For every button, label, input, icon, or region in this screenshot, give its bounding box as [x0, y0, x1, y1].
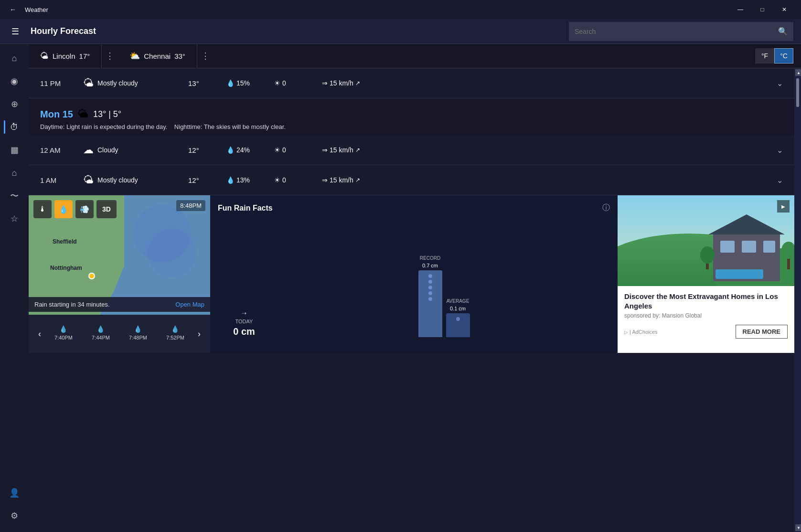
scrollbar-down[interactable]: ▼	[795, 524, 801, 531]
weather-icon: 🌤	[83, 174, 94, 186]
sidebar-item-home[interactable]: ⌂	[4, 48, 25, 69]
ad-bottom-row: ▷ | AdChoices READ MORE	[624, 325, 788, 339]
rain-tool[interactable]: 💧	[54, 200, 73, 218]
title-bar: ← Weather — □ ✕	[0, 0, 801, 19]
sidebar-item-calendar[interactable]: ▦	[4, 139, 25, 160]
window-controls: — □ ✕	[729, 2, 795, 17]
forecast-wind: ⇒ 15 km/h ↗	[322, 146, 777, 154]
3d-tool[interactable]: 3D	[96, 200, 117, 218]
time-label: 7:48PM	[129, 335, 147, 340]
ad-content: Discover the Most Extravagant Homes in L…	[618, 286, 794, 344]
read-more-button[interactable]: READ MORE	[736, 325, 788, 339]
sidebar-item-history[interactable]: ⏱	[4, 117, 25, 138]
ad-badge[interactable]: ▶	[777, 200, 790, 213]
forecast-temp: 12°	[188, 176, 226, 184]
uv-icon: ☀	[274, 79, 280, 87]
location-tab-chennai[interactable]: ⛅ Chennai 33°	[118, 44, 197, 68]
forecast-rain: 💧 24%	[226, 146, 274, 154]
nottingham-label: Nottingham	[50, 265, 82, 271]
forecast-rain: 💧 15%	[226, 79, 274, 87]
expand-icon[interactable]: ⌄	[777, 176, 783, 185]
search-icon[interactable]: 🔍	[778, 27, 788, 36]
today-value: 0 cm	[233, 326, 255, 337]
scrollbar-thumb[interactable]	[796, 78, 799, 107]
rain-percent: 15%	[236, 79, 250, 87]
map-nav: ‹ 💧 7:40PM 💧 7:44PM	[29, 315, 210, 353]
lincoln-weather-icon: 🌤	[40, 51, 49, 61]
timeline-item-1: 💧 7:40PM	[54, 325, 73, 340]
wind-tool[interactable]: 💨	[75, 200, 94, 218]
adchoices-text[interactable]: AdChoices	[632, 329, 657, 335]
expand-icon[interactable]: ⌄	[777, 146, 783, 155]
svg-rect-9	[763, 241, 775, 253]
adchoices-icon: ▷	[624, 330, 628, 335]
search-box: 🔍	[569, 22, 793, 41]
forecast-row-12am[interactable]: 12 AM ☁ Cloudy 12° 💧 24% ☀ 0	[29, 135, 794, 165]
rain-drop-icon: 💧	[226, 176, 235, 184]
forecast-uv: ☀ 0	[274, 176, 322, 184]
average-bar	[446, 313, 470, 337]
sidebar-item-person[interactable]: 👤	[4, 482, 25, 503]
ad-title: Discover the Most Extravagant Homes in L…	[624, 292, 788, 310]
celsius-button[interactable]: °C	[774, 48, 793, 64]
minimize-button[interactable]: —	[729, 2, 751, 17]
app-bar: ☰ Hourly Forecast 🔍	[0, 19, 801, 44]
map-time: 8:48PM	[176, 200, 205, 211]
svg-point-12	[700, 246, 715, 264]
expand-icon[interactable]: ⌄	[777, 79, 783, 88]
rain-drop	[428, 286, 432, 289]
sidebar-item-settings[interactable]: ⚙	[4, 505, 25, 526]
today-label: TODAY	[235, 319, 253, 324]
lincoln-menu[interactable]: ⋮	[102, 51, 118, 61]
map-next-arrow[interactable]: ›	[194, 329, 204, 339]
sidebar-item-star[interactable]: ☆	[4, 208, 25, 229]
right-scrollbar: ▲ ▼	[794, 68, 801, 532]
map-bottom-info: Rain starting in 34 minutes. Open Map	[29, 297, 210, 312]
wind-icon: ⇒	[322, 79, 328, 87]
wind-icon: ⇒	[322, 176, 328, 184]
rain-drop	[456, 317, 460, 321]
rain-drop-icon: 💧	[134, 325, 142, 333]
condition-label: Mostly cloudy	[97, 176, 138, 184]
close-button[interactable]: ✕	[773, 2, 795, 17]
maximize-button[interactable]: □	[751, 2, 773, 17]
forecast-temp: 12°	[188, 146, 226, 154]
chennai-temp: 33°	[174, 52, 185, 60]
back-button[interactable]: ←	[6, 2, 20, 17]
rain-drop-icon: 💧	[171, 325, 179, 333]
rain-percent: 24%	[236, 146, 250, 154]
fahrenheit-button[interactable]: °F	[755, 48, 774, 64]
sidebar-item-home2[interactable]: ⌂	[4, 162, 25, 183]
rain-facts-widget: Fun Rain Facts ⓘ ⇢ TODAY 0 cm	[210, 195, 618, 353]
search-input[interactable]	[575, 28, 778, 35]
forecast-time: 1 AM	[40, 176, 83, 184]
thermometer-tool[interactable]: 🌡	[33, 200, 52, 218]
svg-point-1	[148, 229, 196, 277]
wind-speed: 15 km/h	[330, 146, 353, 154]
content-inner: 11 PM 🌤 Mostly cloudy 13° 💧 15% ☀ 0	[29, 68, 794, 532]
average-label: AVERAGE	[447, 298, 470, 304]
rain-drop	[428, 274, 432, 278]
condition-label: Mostly cloudy	[97, 79, 138, 87]
widgets-row: 🌡 💧 💨 3D 8:48PM	[29, 195, 794, 353]
sidebar-item-chart[interactable]: 〜	[4, 185, 25, 206]
ad-image: ▶	[618, 195, 794, 286]
record-label: RECORD	[420, 255, 440, 261]
forecast-row-11pm[interactable]: 11 PM 🌤 Mostly cloudy 13° 💧 15% ☀ 0	[29, 68, 794, 98]
time-label: 7:52PM	[166, 335, 184, 340]
location-tab-lincoln[interactable]: 🌤 Lincoln 17°	[29, 44, 102, 68]
map-prev-arrow[interactable]: ‹	[34, 329, 45, 339]
open-map-link[interactable]: Open Map	[175, 301, 204, 308]
unit-toggle: °F °C	[755, 48, 793, 64]
day-description: Daytime: Light rain is expected during t…	[40, 123, 783, 130]
daytime-desc: Daytime: Light rain is expected during t…	[40, 123, 167, 130]
wind-icon: ⇢	[242, 310, 246, 317]
scrollbar-up[interactable]: ▲	[795, 69, 801, 76]
sidebar-item-globe[interactable]: ⊕	[4, 94, 25, 115]
chennai-menu[interactable]: ⋮	[197, 51, 214, 61]
rain-facts-info-icon[interactable]: ⓘ	[602, 203, 610, 213]
uv-value: 0	[282, 79, 286, 87]
hamburger-button[interactable]: ☰	[8, 24, 23, 39]
forecast-row-1am[interactable]: 1 AM 🌤 Mostly cloudy 12° 💧 13% ☀ 0	[29, 165, 794, 195]
sidebar-item-news[interactable]: ◉	[4, 71, 25, 92]
